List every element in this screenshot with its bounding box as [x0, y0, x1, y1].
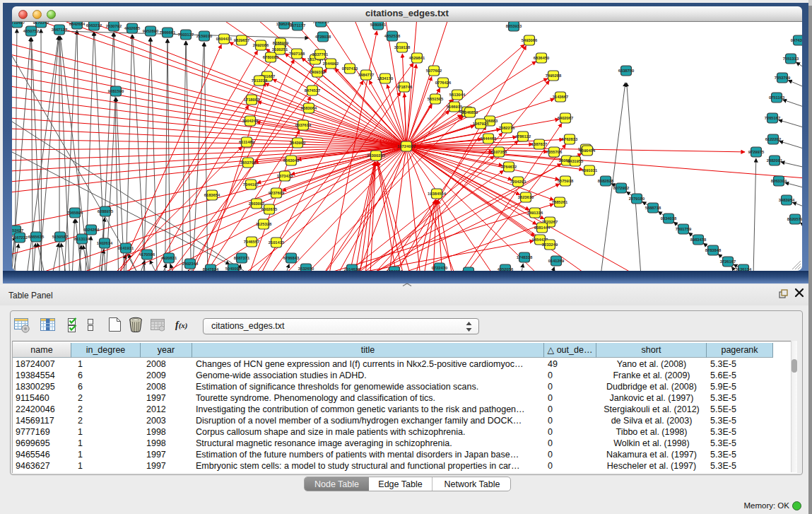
svg-text:1834170: 1834170 [377, 76, 394, 81]
svg-text:4718746: 4718746 [396, 85, 413, 89]
svg-text:3532650: 3532650 [298, 267, 314, 271]
svg-text:8383064: 8383064 [301, 106, 317, 110]
svg-text:3726167: 3726167 [720, 259, 736, 264]
svg-text:4352056: 4352056 [498, 267, 514, 271]
svg-text:2101415: 2101415 [269, 240, 285, 245]
svg-text:18724007: 18724007 [397, 144, 416, 148]
svg-text:2159010: 2159010 [196, 34, 213, 38]
svg-text:6338750: 6338750 [618, 69, 635, 73]
svg-text:7551313: 7551313 [783, 57, 799, 61]
svg-text:9952890: 9952890 [143, 29, 159, 33]
svg-text:3143667: 3143667 [553, 95, 569, 99]
svg-text:2882001: 2882001 [767, 158, 783, 163]
svg-text:7603137: 7603137 [178, 33, 194, 37]
svg-text:2014620: 2014620 [344, 267, 360, 271]
svg-text:6002675: 6002675 [261, 207, 278, 211]
svg-text:7409319: 7409319 [310, 70, 326, 74]
svg-text:0037614: 0037614 [295, 123, 312, 127]
svg-text:0141931: 0141931 [118, 246, 134, 250]
svg-text:8474537: 8474537 [305, 88, 321, 93]
svg-text:6786843: 6786843 [283, 256, 300, 260]
svg-text:0722470: 0722470 [432, 266, 448, 270]
svg-text:4786122: 4786122 [515, 134, 531, 139]
svg-text:5280841: 5280841 [370, 23, 387, 27]
svg-text:4650752: 4650752 [23, 29, 40, 33]
svg-text:3319128: 3319128 [394, 45, 411, 49]
svg-text:6107358: 6107358 [491, 150, 507, 154]
svg-text:0776426: 0776426 [435, 81, 452, 85]
svg-text:6842684: 6842684 [69, 22, 86, 26]
svg-text:2330792: 2330792 [106, 24, 122, 28]
svg-text:3653705: 3653705 [240, 160, 257, 165]
svg-text:5762833: 5762833 [562, 137, 578, 141]
svg-text:3167232: 3167232 [12, 235, 28, 240]
svg-text:6402067: 6402067 [558, 116, 574, 120]
svg-text:4402685: 4402685 [124, 26, 141, 30]
svg-text:0431955: 0431955 [567, 159, 584, 163]
svg-text:6780083: 6780083 [263, 55, 279, 59]
svg-text:0751163: 0751163 [769, 95, 785, 100]
svg-text:5493066: 5493066 [522, 38, 538, 42]
svg-text:5166915: 5166915 [447, 105, 463, 109]
svg-text:7313228: 7313228 [252, 78, 268, 83]
svg-text:0334018: 0334018 [661, 216, 677, 221]
svg-text:7764672: 7764672 [501, 165, 517, 169]
svg-text:1373433: 1373433 [277, 174, 293, 178]
svg-text:3337761: 3337761 [312, 52, 329, 57]
svg-text:7344197: 7344197 [243, 182, 259, 187]
svg-text:1718002: 1718002 [244, 98, 260, 102]
svg-text:3483954: 3483954 [779, 198, 795, 202]
svg-text:1491316: 1491316 [527, 211, 543, 215]
svg-text:6836450: 6836450 [534, 56, 550, 60]
svg-text:8263304: 8263304 [771, 179, 787, 183]
svg-text:9729975: 9729975 [748, 150, 765, 154]
svg-text:9237609: 9237609 [269, 191, 285, 195]
svg-text:4728038: 4728038 [315, 35, 331, 39]
svg-text:4852538: 4852538 [384, 34, 401, 38]
svg-text:5040008: 5040008 [225, 267, 242, 271]
svg-text:3667127: 3667127 [52, 28, 68, 32]
svg-text:1748338: 1748338 [517, 255, 533, 259]
svg-text:6563212: 6563212 [86, 23, 102, 28]
svg-text:4529841: 4529841 [409, 56, 425, 60]
svg-text:6563048: 6563048 [283, 158, 300, 163]
svg-text:8072902: 8072902 [613, 186, 630, 190]
svg-text:7353799: 7353799 [775, 76, 791, 80]
svg-text:8347824: 8347824 [203, 267, 219, 271]
svg-text:7495288: 7495288 [546, 74, 562, 78]
svg-text:0474395: 0474395 [791, 38, 802, 42]
svg-text:2544992: 2544992 [323, 62, 339, 66]
svg-text:6111489: 6111489 [239, 140, 255, 144]
svg-text:19384554: 19384554 [428, 192, 447, 196]
svg-text:4558530: 4558530 [461, 270, 477, 271]
svg-text:4091031: 4091031 [582, 168, 598, 173]
svg-text:1684934: 1684934 [387, 269, 403, 271]
svg-text:3233249: 3233249 [542, 243, 558, 247]
svg-text:6288975: 6288975 [98, 209, 114, 214]
svg-text:2279180: 2279180 [629, 197, 645, 201]
svg-text:5651505: 5651505 [428, 97, 444, 101]
svg-text:2402344: 2402344 [182, 262, 199, 266]
svg-text:1387837: 1387837 [531, 142, 548, 146]
svg-text:9170342: 9170342 [33, 22, 49, 25]
svg-text:4590454: 4590454 [579, 148, 596, 153]
svg-text:7046557: 7046557 [244, 240, 260, 244]
svg-text:7866661: 7866661 [160, 30, 176, 35]
svg-text:0141269: 0141269 [548, 259, 565, 263]
svg-text:8113114: 8113114 [74, 237, 90, 241]
svg-text:8853933: 8853933 [506, 24, 522, 28]
svg-text:7355706: 7355706 [546, 150, 563, 154]
svg-text:4170586: 4170586 [139, 252, 155, 257]
svg-text:3904248: 3904248 [242, 119, 259, 123]
svg-text:7741215: 7741215 [313, 22, 329, 24]
svg-text:2492086: 2492086 [253, 43, 269, 47]
svg-text:3643900: 3643900 [290, 141, 306, 145]
svg-text:7265167: 7265167 [765, 116, 781, 120]
svg-text:5444463: 5444463 [481, 136, 497, 141]
svg-text:0604431: 0604431 [216, 37, 233, 41]
svg-text:5613044: 5613044 [449, 93, 466, 97]
svg-text:6865635: 6865635 [28, 235, 45, 239]
svg-text:3100251: 3100251 [272, 47, 288, 52]
svg-text:1402614: 1402614 [97, 241, 113, 245]
svg-text:6183654: 6183654 [204, 193, 220, 197]
